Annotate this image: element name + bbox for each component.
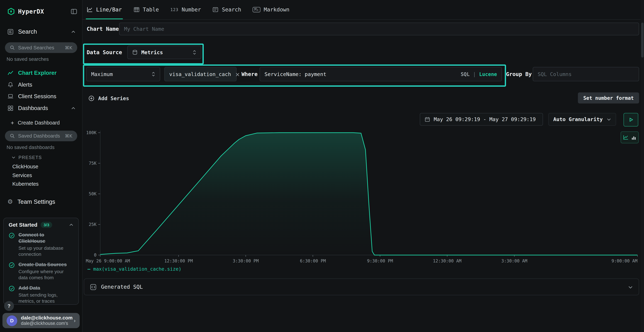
team-settings-label: Team Settings [17, 198, 55, 205]
create-dashboard-label: Create Dashboard [18, 120, 60, 126]
sidebar-item-team-settings[interactable]: ⚙ Team Settings [0, 197, 82, 206]
granularity-value: Auto Granularity [553, 116, 603, 122]
logo-row: HyperDX [7, 6, 77, 17]
aggregation-select[interactable]: Maximum [86, 67, 160, 81]
get-started-item[interactable]: Connect to ClickHouse Set up your databa… [8, 232, 74, 258]
saved-dashboards-input[interactable]: Saved Dashboards ⌘K [5, 130, 77, 141]
preset-item-kubernetes[interactable]: Kubernetes [12, 180, 39, 188]
generated-sql-toggle[interactable]: Generated SQL [84, 278, 639, 295]
svg-text:100K: 100K [86, 130, 97, 135]
preset-item-services[interactable]: Services [12, 172, 32, 179]
question-mark: ? [8, 303, 10, 309]
sidebar-section-search[interactable]: Search [0, 27, 82, 36]
where-input[interactable]: ServiceName: payment SQL | Lucene [260, 67, 502, 81]
presets-label: PRESETS [18, 155, 42, 160]
get-started-title: Get Started [8, 222, 38, 228]
add-series-button[interactable]: Add Series [88, 94, 129, 103]
group-by-input[interactable]: SQL Columns [533, 67, 639, 81]
chevron-up-icon[interactable] [71, 106, 76, 110]
chart-name-input[interactable]: My Chart Name [119, 22, 639, 35]
svg-text:12:30:00 PM: 12:30:00 PM [164, 258, 193, 264]
user-menu[interactable]: D dale@clickhouse.com dale@clickhouse.co… [2, 313, 80, 328]
where-query-value: ServiceName: payment [264, 71, 326, 77]
sidebar: HyperDX Search Saved Searches ⌘K No save… [0, 0, 82, 332]
run-query-button[interactable] [624, 113, 638, 126]
close-icon[interactable]: × [235, 71, 240, 78]
svg-text:0: 0 [94, 252, 96, 258]
scrollbar-thumb[interactable] [641, 22, 644, 58]
line-chart-icon [86, 6, 93, 13]
svg-text:3:30:00 AM: 3:30:00 AM [502, 258, 527, 264]
tab-label: Search [222, 6, 241, 13]
scrollbar-track[interactable] [641, 0, 644, 332]
plus-icon: + [11, 120, 14, 126]
get-started-item[interactable]: Create Data Sources Configure where your… [8, 262, 74, 281]
grid-icon [7, 105, 14, 111]
presets-toggle[interactable]: PRESETS [12, 155, 42, 160]
laptop-icon [7, 93, 14, 99]
get-started-item[interactable]: Add Data Start sending logs, metrics, or… [8, 285, 74, 304]
chevron-up-icon[interactable] [69, 222, 74, 227]
date-range-input[interactable]: May 26 09:29:19 - May 27 09:29:19 [420, 113, 543, 126]
tab-number[interactable]: 123 Number [170, 0, 201, 19]
tab-search[interactable]: Search [212, 0, 241, 19]
app-window: HyperDX Search Saved Searches ⌘K No save… [0, 0, 644, 332]
search-section-icon [7, 28, 14, 35]
svg-text:6:30:00 PM: 6:30:00 PM [300, 258, 326, 264]
tab-markdown[interactable]: M↓ Markdown [253, 0, 290, 19]
svg-text:3:30:00 PM: 3:30:00 PM [233, 258, 259, 264]
create-dashboard-button[interactable]: + Create Dashboard [0, 118, 82, 127]
get-started-header[interactable]: Get Started 3/3 [8, 222, 74, 228]
get-started-item-title: Connect to ClickHouse [18, 232, 64, 244]
svg-text:50K: 50K [89, 192, 96, 196]
svg-text:9:30:00 PM: 9:30:00 PM [367, 258, 393, 264]
sidebar-item-client-sessions[interactable]: Client Sessions [0, 92, 82, 101]
chart-legend[interactable]: — max(visa_validation_cache.size) [88, 266, 182, 272]
get-started-item-desc: Start sending logs, metrics, or traces [18, 292, 68, 304]
sidebar-item-alerts[interactable]: Alerts [0, 80, 82, 89]
add-series-label: Add Series [98, 95, 129, 101]
sql-language-toggle[interactable]: SQL [461, 71, 470, 77]
code-icon [90, 284, 96, 290]
svg-text:May 26 9:00:00 AM: May 26 9:00:00 AM [86, 258, 130, 264]
data-source-value: Metrics [141, 49, 163, 56]
get-started-item-title: Create Data Sources [18, 262, 70, 268]
data-source-select[interactable]: Metrics [127, 46, 201, 59]
user-subtitle: dale@clickhouse.com's [21, 321, 70, 326]
get-started-badge: 3/3 [40, 222, 52, 228]
set-number-format-button[interactable]: Set number format [578, 92, 639, 104]
legend-line-swatch: — [88, 266, 90, 272]
tab-label: Markdown [264, 6, 290, 13]
timeseries-chart[interactable]: 025K50K75K100KMay 26 9:00:00 AM12:30:00 … [82, 129, 639, 265]
sidebar-collapse-icon[interactable] [71, 8, 77, 15]
user-email: dale@clickhouse.com [21, 315, 70, 321]
number-123-icon: 123 [170, 7, 178, 12]
avatar: D [6, 315, 17, 326]
metric-field-tag[interactable]: visa_validation_cach × [164, 67, 236, 81]
circle-plus-icon [88, 95, 94, 101]
saved-searches-input[interactable]: Saved Searches ⌘K [5, 42, 77, 53]
sidebar-item-dashboards[interactable]: Dashboards [0, 104, 82, 113]
tab-table[interactable]: Table [133, 0, 159, 19]
sidebar-item-chart-explorer[interactable]: Chart Explorer [0, 68, 82, 77]
chevron-up-icon[interactable] [71, 29, 76, 34]
lucene-language-toggle[interactable]: Lucene [479, 71, 497, 77]
chart-name-placeholder: My Chart Name [124, 26, 164, 32]
search-section-label: Search [18, 28, 37, 35]
no-saved-searches-text: No saved searches [6, 56, 49, 62]
chevron-down-icon [628, 284, 633, 290]
search-icon [10, 45, 15, 50]
table-icon [133, 6, 139, 13]
tab-line-bar[interactable]: Line/Bar [86, 0, 122, 19]
granularity-select[interactable]: Auto Granularity [548, 113, 616, 126]
keyboard-shortcut: ⌘K [65, 133, 72, 139]
chart-name-label: Chart Name [86, 22, 119, 35]
get-started-card: Get Started 3/3 Connect to ClickHouse Se… [3, 218, 79, 305]
bell-icon [7, 82, 14, 88]
help-button[interactable]: ? [4, 301, 14, 311]
saved-dashboards-placeholder: Saved Dashboards [18, 133, 62, 139]
markdown-icon: M↓ [253, 7, 260, 12]
preset-item-clickhouse[interactable]: ClickHouse [12, 163, 38, 170]
chart-line-icon [7, 70, 14, 76]
metric-field-name: visa_validation_cach [169, 71, 231, 77]
